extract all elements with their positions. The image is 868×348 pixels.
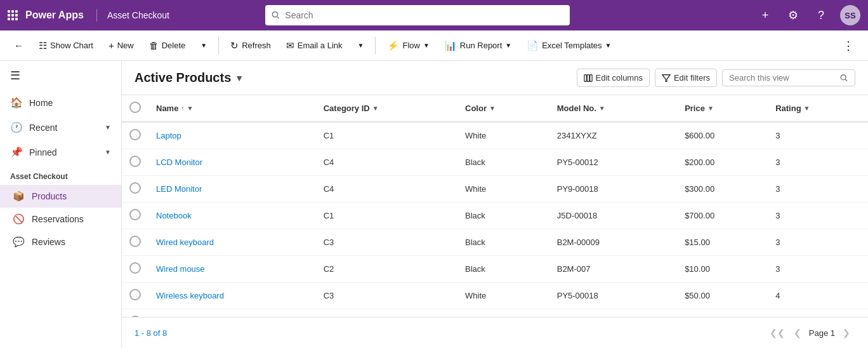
col-rating[interactable]: Rating ▼ bbox=[768, 95, 868, 122]
search-view-box[interactable] bbox=[722, 69, 855, 86]
prev-page-button[interactable]: ❮ bbox=[789, 324, 806, 342]
settings-icon[interactable]: ⚙ bbox=[784, 6, 802, 24]
view-header: Active Products ▼ Edit columns Edit filt… bbox=[122, 61, 868, 95]
email-link-button[interactable]: ✉ Email a Link bbox=[280, 36, 349, 55]
row-select-cell[interactable] bbox=[122, 149, 148, 176]
row-select-cell[interactable] bbox=[122, 176, 148, 203]
more-options-button[interactable]: ⋮ bbox=[836, 35, 860, 57]
row-name-cell[interactable]: Wireless mouse bbox=[148, 309, 316, 318]
sidebar-item-reviews[interactable]: 💬 Reviews bbox=[0, 231, 121, 253]
select-all-checkbox[interactable] bbox=[129, 102, 141, 113]
global-search-box[interactable] bbox=[265, 5, 570, 25]
first-page-button[interactable]: ❮❮ bbox=[768, 324, 786, 342]
show-chart-button[interactable]: ☷ Show Chart bbox=[32, 36, 100, 55]
edit-columns-button[interactable]: Edit columns bbox=[577, 69, 650, 87]
row-color-cell: White bbox=[457, 122, 549, 149]
search-view-input[interactable] bbox=[729, 73, 836, 83]
row-name-cell[interactable]: LED Monitor bbox=[148, 176, 316, 203]
chevron-down-icon: ▼ bbox=[201, 42, 207, 49]
row-checkbox[interactable] bbox=[129, 129, 141, 140]
sidebar-hamburger[interactable]: ☰ bbox=[0, 61, 121, 90]
row-model-cell: B2M-00009 bbox=[549, 229, 677, 256]
col-color[interactable]: Color ▼ bbox=[457, 95, 549, 122]
row-name-link[interactable]: LED Monitor bbox=[156, 184, 202, 194]
sidebar-section-title: Asset Checkout bbox=[0, 164, 121, 185]
row-checkbox[interactable] bbox=[129, 156, 141, 167]
next-page-button[interactable]: ❯ bbox=[838, 324, 855, 342]
sidebar-item-pinned[interactable]: 📌 Pinned ▼ bbox=[0, 140, 121, 164]
row-checkbox[interactable] bbox=[129, 289, 141, 300]
col-name[interactable]: Name ↑ ▼ bbox=[148, 95, 316, 122]
row-checkbox[interactable] bbox=[129, 209, 141, 220]
back-button[interactable]: ← bbox=[8, 36, 30, 55]
add-icon[interactable]: + bbox=[756, 6, 774, 24]
columns-icon bbox=[584, 74, 593, 83]
row-category-cell: C3 bbox=[316, 229, 457, 256]
sidebar-item-reservations[interactable]: 🚫 Reservations bbox=[0, 208, 121, 231]
row-color-cell: Black bbox=[457, 256, 549, 283]
row-color-cell: White bbox=[457, 309, 549, 318]
row-name-cell[interactable]: Laptop bbox=[148, 122, 316, 149]
row-name-cell[interactable]: Wireless keyboard bbox=[148, 283, 316, 309]
waffle-icon[interactable] bbox=[8, 10, 18, 20]
help-icon[interactable]: ? bbox=[812, 6, 830, 24]
excel-templates-button[interactable]: 📄 Excel Templates ▼ bbox=[520, 36, 617, 55]
select-all-col[interactable] bbox=[122, 95, 148, 122]
new-button[interactable]: + New bbox=[102, 36, 140, 55]
row-name-link[interactable]: LCD Monitor bbox=[156, 157, 202, 167]
chart-icon: ☷ bbox=[39, 40, 47, 51]
global-search-input[interactable] bbox=[285, 10, 563, 20]
flow-button[interactable]: ⚡ Flow ▼ bbox=[381, 36, 435, 55]
chevron-down-icon: ▼ bbox=[358, 42, 364, 49]
row-name-cell[interactable]: Wired keyboard bbox=[148, 229, 316, 256]
row-select-cell[interactable] bbox=[122, 229, 148, 256]
row-select-cell[interactable] bbox=[122, 122, 148, 149]
col-model-no[interactable]: Model No. ▼ bbox=[549, 95, 677, 122]
reservations-icon: 🚫 bbox=[13, 213, 25, 225]
row-name-cell[interactable]: LCD Monitor bbox=[148, 149, 316, 176]
row-name-cell[interactable]: Notebook bbox=[148, 203, 316, 229]
table-row: Laptop C1 White 2341XYXZ $600.00 3 bbox=[122, 122, 868, 149]
row-checkbox[interactable] bbox=[129, 262, 141, 274]
delete-button[interactable]: 🗑 Delete bbox=[143, 36, 192, 55]
pagination-bar: 1 - 8 of 8 ❮❮ ❮ Page 1 ❯ bbox=[122, 317, 868, 348]
sidebar-item-products[interactable]: 📦 Products bbox=[0, 185, 121, 208]
row-checkbox[interactable] bbox=[129, 182, 141, 194]
row-color-cell: White bbox=[457, 176, 549, 203]
sidebar-item-recent[interactable]: 🕐 Recent ▼ bbox=[0, 115, 121, 140]
row-checkbox[interactable] bbox=[129, 236, 141, 247]
table-row: LCD Monitor C4 Black PY5-00012 $200.00 3 bbox=[122, 149, 868, 176]
row-select-cell[interactable] bbox=[122, 283, 148, 309]
row-select-cell[interactable] bbox=[122, 203, 148, 229]
top-nav-actions: + ⚙ ? SS bbox=[756, 5, 860, 25]
home-icon: 🏠 bbox=[10, 97, 23, 109]
new-icon: + bbox=[109, 40, 114, 51]
email-link-chevron-button[interactable]: ▼ bbox=[352, 38, 371, 53]
row-name-link[interactable]: Notebook bbox=[156, 211, 192, 220]
pagination-controls: ❮❮ ❮ Page 1 ❯ bbox=[768, 324, 855, 342]
delete-icon: 🗑 bbox=[149, 40, 159, 51]
row-category-cell: C1 bbox=[316, 122, 457, 149]
row-color-cell: White bbox=[457, 283, 549, 309]
row-price-cell: $20.00 bbox=[677, 309, 768, 318]
row-name-link[interactable]: Laptop bbox=[156, 131, 181, 140]
row-select-cell[interactable] bbox=[122, 256, 148, 283]
row-category-cell: C2 bbox=[316, 256, 457, 283]
edit-filters-button[interactable]: Edit filters bbox=[655, 69, 717, 87]
view-title-chevron-icon[interactable]: ▼ bbox=[235, 73, 244, 83]
svg-rect-2 bbox=[584, 74, 586, 81]
refresh-button[interactable]: ↻ Refresh bbox=[224, 36, 277, 55]
row-name-link[interactable]: Wired mouse bbox=[156, 264, 205, 274]
user-avatar[interactable]: SS bbox=[840, 5, 860, 25]
run-report-button[interactable]: 📊 Run Report ▼ bbox=[438, 36, 518, 55]
row-name-link[interactable]: Wireless keyboard bbox=[156, 291, 224, 300]
report-icon: 📊 bbox=[445, 40, 457, 51]
row-color-cell: Black bbox=[457, 203, 549, 229]
row-select-cell[interactable] bbox=[122, 309, 148, 318]
row-name-cell[interactable]: Wired mouse bbox=[148, 256, 316, 283]
col-category-id[interactable]: Category ID ▼ bbox=[316, 95, 457, 122]
delete-chevron-button[interactable]: ▼ bbox=[194, 38, 213, 53]
sidebar-item-home[interactable]: 🏠 Home bbox=[0, 90, 121, 115]
col-price[interactable]: Price ▼ bbox=[677, 95, 768, 122]
row-name-link[interactable]: Wired keyboard bbox=[156, 238, 214, 247]
